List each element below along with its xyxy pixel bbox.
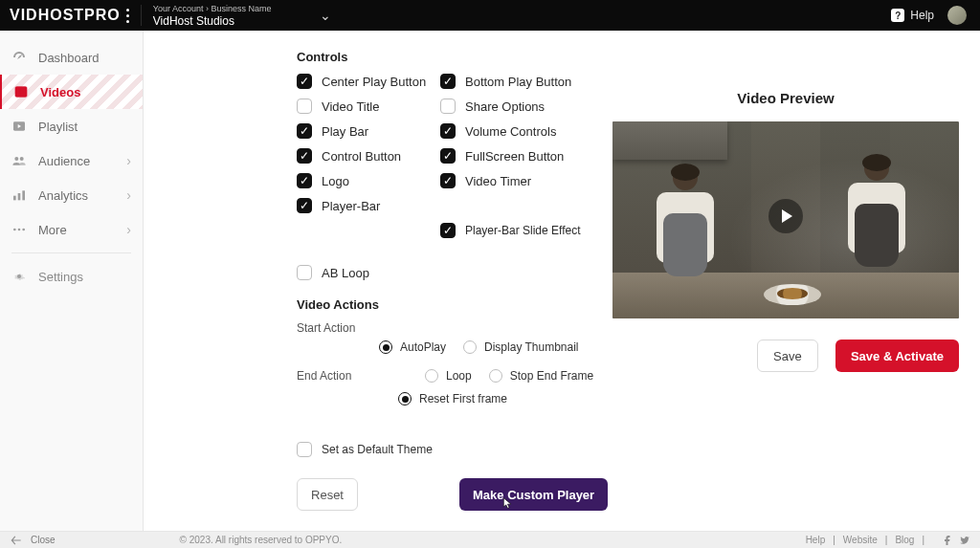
reset-button[interactable]: Reset	[297, 478, 358, 511]
list-play-icon	[11, 119, 27, 134]
video-preview-thumbnail[interactable]	[612, 121, 959, 318]
kebab-menu-icon[interactable]	[126, 9, 129, 23]
end-action-options-row2: Reset First frame	[398, 392, 507, 406]
checkbox-default-theme[interactable]: Set as Default Theme	[297, 442, 965, 457]
checkbox-video-timer[interactable]: Video Timer	[440, 173, 603, 188]
checkbox-icon	[440, 148, 456, 164]
save-button[interactable]: Save	[757, 340, 818, 372]
checkbox-player-bar[interactable]: Player-Bar	[297, 198, 440, 213]
chevron-right-icon: ›	[126, 153, 131, 168]
sidebar-item-label: Analytics	[38, 188, 88, 203]
checkbox-video-title[interactable]: Video Title	[297, 99, 440, 114]
sidebar-item-videos[interactable]: Videos	[0, 75, 143, 109]
sidebar-divider	[11, 252, 131, 253]
sidebar-item-playlist[interactable]: Playlist	[0, 109, 143, 143]
checkbox-icon	[440, 223, 456, 238]
start-action-options: AutoPlay Display Thumbnail	[379, 340, 579, 354]
checkbox-label: Set as Default Theme	[322, 443, 433, 456]
checkbox-label: Share Options	[465, 99, 545, 114]
footer-links: Help | Website | Blog |	[806, 535, 970, 546]
radio-icon	[398, 392, 412, 406]
plate-shape	[764, 284, 821, 305]
chevron-right-icon: ›	[126, 187, 131, 203]
radio-stop-end-frame[interactable]: Stop End Frame	[489, 369, 593, 383]
footer-link-website[interactable]: Website	[843, 535, 878, 545]
checkbox-label: Play Bar	[322, 124, 368, 139]
checkbox-control-button[interactable]: Control Button	[297, 148, 440, 164]
checkbox-bottom-play[interactable]: Bottom Play Button	[440, 74, 603, 89]
footer: Close © 2023. All rights reserved to OPP…	[0, 531, 980, 548]
person-left	[647, 165, 724, 299]
svg-rect-5	[18, 193, 21, 200]
radio-loop[interactable]: Loop	[425, 369, 472, 383]
radio-autoplay[interactable]: AutoPlay	[379, 340, 446, 354]
save-activate-button[interactable]: Save & Activate	[835, 340, 959, 372]
checkbox-label: Player-Bar	[322, 199, 380, 213]
checkbox-label: Center Play Button	[322, 75, 426, 89]
radio-icon	[379, 340, 392, 354]
checkbox-center-play[interactable]: Center Play Button	[297, 74, 440, 89]
checkbox-icon	[297, 148, 312, 164]
radio-icon	[489, 369, 502, 383]
cursor-icon	[501, 496, 515, 513]
avatar[interactable]	[947, 6, 967, 25]
checkbox-label: Control Button	[322, 149, 401, 164]
checkbox-play-bar[interactable]: Play Bar	[297, 123, 440, 139]
button-label: Save	[773, 349, 802, 363]
studio-name: VidHost Studios	[153, 15, 272, 27]
sidebar-item-label: Playlist	[38, 120, 78, 134]
checkbox-icon	[297, 198, 312, 213]
person-right	[833, 156, 921, 309]
radio-label: Stop End Frame	[510, 369, 593, 383]
checkbox-logo[interactable]: Logo	[297, 173, 440, 188]
checkbox-ab-loop[interactable]: AB Loop	[297, 265, 440, 280]
facebook-icon[interactable]	[942, 535, 953, 546]
radio-icon	[463, 340, 477, 354]
sidebar-item-audience[interactable]: Audience ›	[0, 143, 143, 178]
button-label: Save & Activate	[851, 349, 944, 363]
button-label: Make Custom Player	[473, 488, 594, 502]
checkbox-share-options[interactable]: Share Options	[440, 99, 603, 114]
play-icon[interactable]	[768, 199, 803, 233]
sidebar-item-label: More	[38, 223, 67, 237]
close-icon	[10, 534, 23, 547]
sidebar-item-label: Audience	[38, 154, 90, 168]
footer-link-blog[interactable]: Blog	[895, 535, 914, 545]
checkbox-fullscreen[interactable]: FullScreen Button	[440, 148, 603, 164]
account-switcher[interactable]: Your Account › Business Name VidHost Stu…	[153, 5, 272, 27]
checkbox-player-bar-slide[interactable]: Player-Bar Slide Effect	[440, 223, 603, 238]
sidebar: Dashboard Videos Playlist Audience ›	[0, 31, 144, 531]
dots-icon	[11, 222, 27, 237]
checkbox-label: Volume Controls	[465, 124, 556, 139]
checkbox-label: AB Loop	[322, 266, 369, 280]
kitchen-hood-shape	[612, 121, 727, 160]
section-title-controls: Controls	[297, 50, 965, 64]
radio-display-thumbnail[interactable]: Display Thumbnail	[463, 340, 579, 354]
sidebar-item-settings[interactable]: Settings	[0, 259, 143, 294]
checkbox-volume-controls[interactable]: Volume Controls	[440, 123, 603, 139]
sidebar-item-analytics[interactable]: Analytics ›	[0, 178, 143, 212]
help-label: Help	[910, 9, 934, 22]
play-square-icon	[13, 84, 29, 99]
sidebar-item-dashboard[interactable]: Dashboard	[0, 40, 143, 75]
svg-point-7	[13, 229, 16, 231]
vertical-divider	[141, 5, 142, 26]
checkbox-label: Video Timer	[465, 174, 531, 188]
chevron-down-icon[interactable]: ⌄	[320, 8, 331, 23]
make-custom-player-button[interactable]: Make Custom Player	[459, 478, 608, 511]
footer-link-help[interactable]: Help	[806, 535, 826, 545]
radio-label: Loop	[446, 369, 472, 383]
svg-rect-4	[13, 196, 16, 201]
checkbox-icon	[440, 123, 456, 139]
preview-panel: Video Preview Save Save & Act	[612, 90, 959, 372]
checkbox-icon	[297, 173, 312, 188]
radio-reset-first-frame[interactable]: Reset First frame	[398, 392, 507, 406]
twitter-icon[interactable]	[959, 535, 970, 546]
close-button[interactable]: Close	[10, 534, 56, 547]
help-button[interactable]: ? Help	[891, 9, 934, 22]
sidebar-item-label: Dashboard	[38, 51, 100, 65]
checkbox-icon	[297, 265, 312, 280]
people-icon	[11, 153, 27, 168]
sidebar-item-more[interactable]: More ›	[0, 212, 143, 247]
sidebar-item-label: Settings	[38, 270, 83, 284]
